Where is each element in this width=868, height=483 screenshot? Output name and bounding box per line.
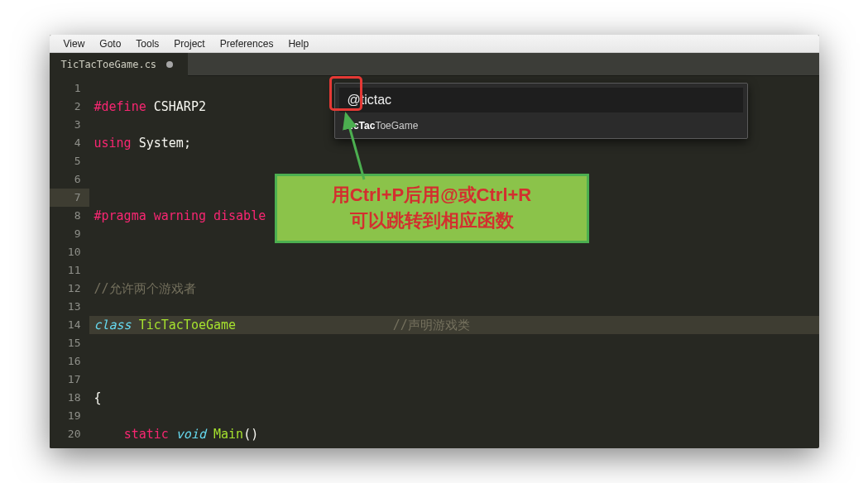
t: //声明游戏类 [393, 318, 470, 332]
goto-input[interactable] [339, 88, 743, 112]
tab-filename: TicTacToeGame.cs [61, 59, 157, 70]
t: #pragma warning disable [94, 208, 266, 223]
t: System [139, 136, 184, 151]
annotation-line1: 用Ctrl+P后用@或Ctrl+R [282, 183, 582, 208]
goto-result-rest: ToeGame [375, 120, 418, 132]
menu-project[interactable]: Project [166, 38, 212, 50]
t: class [94, 318, 132, 332]
goto-result-item[interactable]: TicTacToeGame [335, 117, 747, 138]
t: TicTacToeGame [139, 318, 236, 332]
goto-anything-panel: TicTacToeGame [334, 83, 748, 139]
t: CSHARP2 [154, 99, 206, 114]
menu-help[interactable]: Help [281, 38, 316, 50]
goto-result-match: TicTac [345, 120, 376, 132]
menu-tools[interactable]: Tools [128, 38, 166, 50]
menu-view[interactable]: View [56, 38, 93, 50]
tab-dirty-icon[interactable] [166, 61, 173, 68]
t: static [124, 427, 169, 442]
t: void [176, 427, 206, 442]
t: () [243, 427, 258, 442]
t: //允许两个游戏者 [94, 281, 196, 296]
menu-preferences[interactable]: Preferences [213, 38, 281, 50]
menu-bar: View Goto Tools Project Preferences Help [50, 35, 819, 53]
t: Main [213, 427, 243, 442]
t: #define [94, 99, 146, 114]
tab-bar: TicTacToeGame.cs [50, 53, 819, 76]
annotation-line2: 可以跳转到相应函数 [282, 208, 582, 234]
tab-file[interactable]: TicTacToeGame.cs [50, 53, 189, 76]
annotation-callout: 用Ctrl+P后用@或Ctrl+R 可以跳转到相应函数 [275, 174, 589, 243]
editor-window: View Goto Tools Project Preferences Help… [50, 35, 819, 448]
t: using [94, 136, 132, 151]
menu-goto[interactable]: Goto [92, 38, 128, 50]
line-gutter: 12345678910111213141516171819202122 [50, 76, 89, 448]
